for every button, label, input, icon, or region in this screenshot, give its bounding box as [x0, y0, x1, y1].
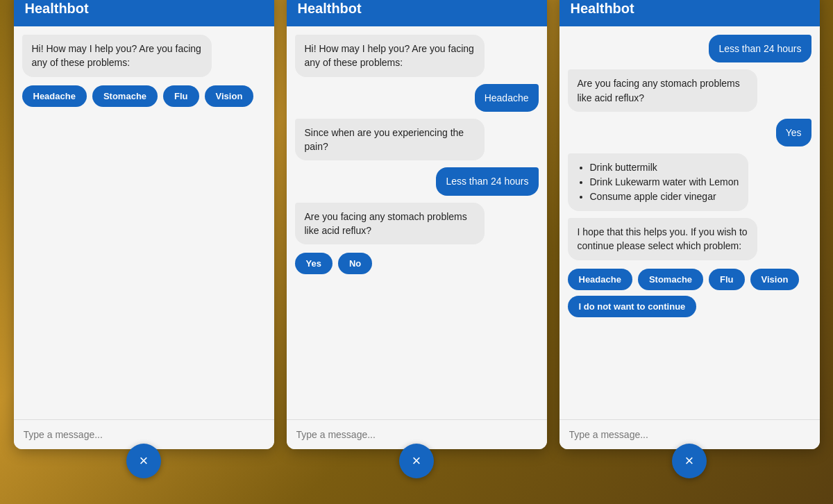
message-input-1[interactable] [24, 429, 264, 440]
close-button-1[interactable]: × [126, 444, 161, 478]
user-message-2-2: Less than 24 hours [436, 167, 538, 195]
bot-message-1: Hi! How may I help you? Are you facing a… [22, 35, 212, 77]
chat-header-2: Healthbot [287, 0, 547, 26]
btn-stomache-3[interactable]: Stomache [638, 269, 703, 290]
remedies-list-3: Drink buttermilk Drink Lukewarm water wi… [568, 153, 749, 211]
remedy-item-1: Drink buttermilk [590, 160, 739, 175]
bot-message-3-2: I hope that this helps you. If you wish … [568, 218, 758, 260]
user-message-3-2: Yes [776, 119, 811, 146]
message-input-3[interactable] [569, 429, 810, 440]
bot-message-2-3: Are you facing any stomach problems like… [295, 203, 485, 245]
chat-header-1: Healthbot [14, 0, 274, 26]
panel-3-wrapper: Healthbot Less than 24 hours Are you fac… [559, 0, 820, 504]
quick-reply-buttons-1: Headache Stomache Flu Vision [22, 84, 254, 108]
chat-body-2: Hi! How may I help you? Are you facing a… [287, 26, 547, 419]
message-input-2[interactable] [296, 429, 537, 440]
chat-window-2: Healthbot Hi! How may I help you? Are yo… [287, 0, 547, 449]
close-button-2[interactable]: × [399, 444, 434, 478]
btn-stomache-1[interactable]: Stomache [92, 85, 158, 107]
btn-vision-1[interactable]: Vision [205, 85, 254, 107]
btn-no-2[interactable]: No [338, 253, 372, 274]
remedy-item-2: Drink Lukewarm water with Lemon [590, 175, 739, 190]
chat-title-1: Healthbot [25, 1, 89, 16]
btn-flu-1[interactable]: Flu [163, 85, 199, 107]
chat-title-2: Healthbot [298, 1, 362, 16]
chat-header-3: Healthbot [559, 0, 820, 26]
chat-window-3: Healthbot Less than 24 hours Are you fac… [559, 0, 820, 449]
user-message-2-1: Headache [475, 84, 539, 112]
bot-message-3-1: Are you facing any stomach problems like… [568, 69, 758, 112]
btn-headache-1[interactable]: Headache [22, 85, 87, 107]
bot-message-2-2: Since when are you experiencing the pain… [295, 119, 485, 161]
close-button-3[interactable]: × [672, 444, 707, 478]
panel-1-wrapper: Healthbot Hi! How may I help you? Are yo… [14, 0, 274, 504]
btn-flu-3[interactable]: Flu [709, 269, 745, 290]
user-message-3-1: Less than 24 hours [709, 35, 811, 62]
panel-2-wrapper: Healthbot Hi! How may I help you? Are yo… [287, 0, 547, 504]
btn-vision-3[interactable]: Vision [750, 269, 800, 290]
remedy-item-3: Consume apple cider vinegar [590, 190, 739, 204]
chat-body-1: Hi! How may I help you? Are you facing a… [14, 26, 274, 419]
btn-no-continue-3[interactable]: I do not want to continue [568, 296, 697, 317]
btn-yes-2[interactable]: Yes [295, 253, 333, 274]
chat-body-3[interactable]: Less than 24 hours Are you facing any st… [559, 26, 820, 419]
quick-reply-buttons-3: Headache Stomache Flu Vision I do not wa… [568, 267, 811, 319]
bot-message-2-1: Hi! How may I help you? Are you facing a… [295, 35, 485, 77]
chat-window-1: Healthbot Hi! How may I help you? Are yo… [14, 0, 274, 449]
btn-headache-3[interactable]: Headache [568, 269, 632, 290]
chat-title-3: Healthbot [571, 1, 634, 16]
quick-reply-buttons-2: Yes No [295, 251, 373, 276]
